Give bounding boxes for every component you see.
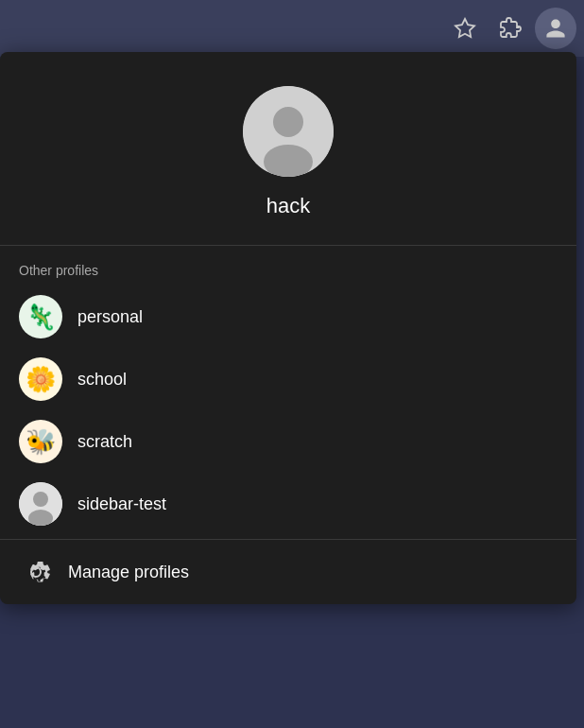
profile-item-scratch[interactable]: 🐝 scratch [0,410,576,473]
puzzle-icon [499,17,522,40]
profile-avatar-personal: 🦎 [19,295,62,338]
person-icon [544,17,567,40]
current-profile-avatar [243,86,334,177]
sidebar-test-avatar-icon [19,482,62,526]
profile-name-sidebar-test: sidebar-test [77,494,166,514]
browser-top-bar [0,0,584,57]
other-profiles-label: Other profiles [0,246,576,286]
profile-name-school: school [77,370,127,390]
current-profile-name: hack [266,194,310,218]
extensions-button[interactable] [490,8,531,49]
profile-item-school[interactable]: 🌼 school [0,348,576,410]
profile-avatar-sidebar-test [19,482,62,526]
current-avatar-icon [243,86,334,177]
svg-point-2 [273,107,303,137]
bookmarks-button[interactable] [444,8,486,49]
gear-icon [19,555,53,589]
profile-avatar-scratch: 🐝 [19,420,62,463]
profile-item-personal[interactable]: 🦎 personal [0,286,576,348]
profile-item-sidebar-test[interactable]: sidebar-test [0,473,576,535]
profile-dropdown: hack Other profiles 🦎 personal 🌼 school … [0,52,576,604]
svg-marker-0 [455,19,474,37]
current-profile-section: hack [0,52,576,246]
star-icon [454,17,476,40]
profile-list: 🦎 personal 🌼 school 🐝 scratch [0,286,576,535]
profile-button[interactable] [535,8,576,49]
profile-name-personal: personal [77,307,143,327]
svg-point-5 [33,492,48,507]
manage-profiles-button[interactable]: Manage profiles [0,539,576,604]
profile-name-scratch: scratch [77,432,132,452]
profile-avatar-school: 🌼 [19,357,62,401]
manage-profiles-label: Manage profiles [68,563,189,582]
